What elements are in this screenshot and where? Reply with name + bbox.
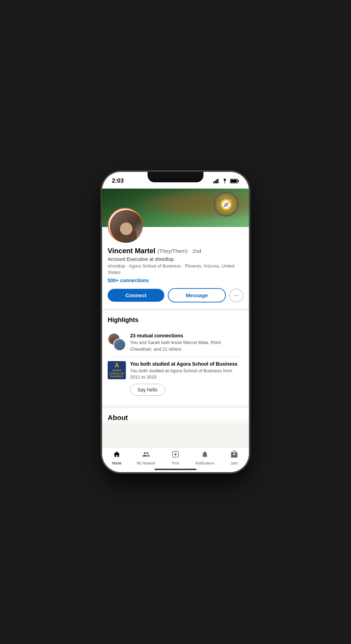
- mutual-connections-item: 23 mutual connections You and Sarah both…: [108, 329, 243, 357]
- school-item: A AGORASCHOOL OFBUSINESS You both studie…: [108, 357, 243, 400]
- mutual-avatar-2: [113, 338, 126, 351]
- status-icons: [213, 179, 239, 183]
- jobs-label: Jobs: [230, 461, 238, 465]
- school-logo-letter: A: [115, 362, 119, 368]
- highlights-section: Highlights 23 mutual connections You and…: [102, 311, 249, 405]
- notifications-icon: [201, 451, 209, 460]
- school-logo-text: AGORASCHOOL OFBUSINESS: [109, 369, 124, 378]
- svg-rect-2: [216, 180, 217, 183]
- nav-jobs[interactable]: Jobs: [220, 451, 249, 465]
- nav-notifications[interactable]: Notifications: [190, 451, 220, 465]
- scrollable-content[interactable]: 🧭 Vincent Martel (They/Them) · 2nd Accou: [102, 189, 249, 448]
- screen: 2:03: [102, 172, 249, 472]
- message-button[interactable]: Message: [168, 288, 226, 302]
- svg-rect-3: [217, 179, 219, 183]
- school-title: You both studied at Agora School of Busi…: [130, 361, 243, 367]
- profile-section: 🧭 Vincent Martel (They/Them) · 2nd Accou: [102, 189, 249, 308]
- network-icon: [142, 451, 150, 460]
- avatar-ring: [108, 208, 143, 243]
- profile-meta: shredtop · Agora School of Business · Ph…: [108, 263, 243, 276]
- svg-rect-7: [238, 180, 239, 182]
- phone-frame: 2:03: [102, 172, 249, 472]
- profile-pronouns: (They/Them): [157, 248, 187, 254]
- notch: [148, 172, 203, 182]
- mutual-avatars: [108, 333, 126, 351]
- connect-button[interactable]: Connect: [108, 289, 164, 302]
- home-indicator: [155, 469, 196, 470]
- profile-name-line: Vincent Martel (They/Them) · 2nd: [108, 247, 243, 255]
- about-title: About: [108, 414, 243, 422]
- school-content: You both studied at Agora School of Busi…: [130, 361, 243, 396]
- notifications-label: Notifications: [195, 461, 214, 465]
- action-buttons: Connect Message ···: [108, 288, 243, 302]
- home-icon: [113, 451, 121, 460]
- more-button[interactable]: ···: [229, 288, 243, 302]
- mutual-desc: You and Sarah both know Marcel Mata, Ris…: [130, 339, 243, 352]
- battery-icon: [230, 179, 239, 183]
- home-label: Home: [112, 461, 122, 465]
- signal-icon: [213, 179, 220, 183]
- profile-title: Account Executive at shredtop: [108, 256, 243, 262]
- highlights-title: Highlights: [108, 316, 243, 324]
- post-label: Post: [172, 461, 179, 465]
- profile-info: Vincent Martel (They/Them) · 2nd Account…: [102, 244, 249, 308]
- school-logo: A AGORASCHOOL OFBUSINESS: [108, 361, 126, 379]
- profile-name: Vincent Martel: [108, 247, 155, 255]
- status-time: 2:03: [112, 177, 124, 184]
- jobs-icon: [230, 451, 238, 460]
- svg-rect-6: [231, 180, 237, 182]
- svg-rect-0: [213, 182, 214, 183]
- svg-point-4: [224, 183, 225, 183]
- nav-network[interactable]: My Network: [131, 451, 161, 465]
- nav-home[interactable]: Home: [102, 451, 131, 465]
- post-icon: [172, 451, 179, 460]
- profile-avatar-area: [102, 208, 249, 244]
- wifi-icon: [222, 179, 228, 183]
- mutual-title: 23 mutual connections: [130, 333, 243, 338]
- say-hello-button[interactable]: Say hello: [130, 384, 165, 396]
- svg-rect-1: [215, 181, 216, 183]
- nav-post[interactable]: Post: [161, 451, 190, 465]
- about-section: About: [102, 408, 249, 425]
- mutual-content: 23 mutual connections You and Sarah both…: [130, 333, 243, 352]
- school-desc: You both studied at Agora School of Busi…: [130, 368, 243, 380]
- avatar[interactable]: [110, 210, 143, 243]
- profile-degree: · 2nd: [189, 248, 201, 254]
- connections-link[interactable]: 500+ connections: [108, 278, 243, 283]
- network-label: My Network: [137, 461, 156, 465]
- more-icon: ···: [234, 292, 239, 299]
